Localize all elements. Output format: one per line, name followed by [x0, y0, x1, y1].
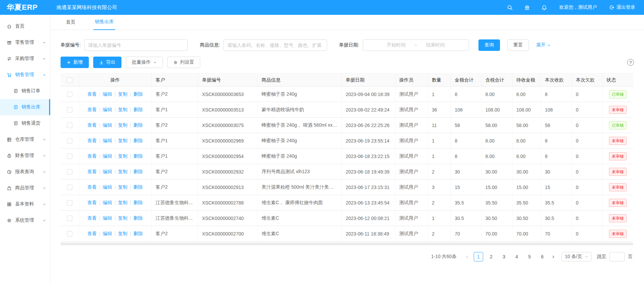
sidebar-item-warehouse[interactable]: 仓库管理: [0, 131, 50, 148]
view-link[interactable]: 查看: [87, 231, 97, 236]
page-button-1[interactable]: 1: [474, 252, 483, 261]
reset-button[interactable]: 重置: [507, 39, 529, 51]
delete-link[interactable]: 删除: [133, 138, 143, 143]
edit-link[interactable]: 编辑: [103, 200, 112, 205]
edit-link[interactable]: 编辑: [103, 91, 112, 97]
view-link[interactable]: 查看: [87, 169, 97, 174]
bank-icon[interactable]: [524, 5, 530, 10]
delete-link[interactable]: 删除: [133, 153, 143, 159]
date-range-picker[interactable]: 开始时间 ~ 结束时间: [363, 39, 469, 51]
cell-date: 2023-06-17 23:15:31: [342, 180, 395, 195]
copy-link[interactable]: 复制: [118, 138, 128, 143]
page-size-select[interactable]: 10 条/页: [562, 252, 592, 261]
goods-info-input[interactable]: [223, 39, 327, 51]
edit-link[interactable]: 编辑: [103, 184, 112, 190]
edit-link[interactable]: 编辑: [103, 153, 112, 159]
view-link[interactable]: 查看: [87, 184, 97, 190]
delete-link[interactable]: 删除: [133, 231, 143, 236]
sidebar-item-home[interactable]: 首页: [0, 18, 50, 34]
jump-page-input[interactable]: [609, 252, 625, 261]
next-page-button[interactable]: [549, 252, 558, 261]
copy-link[interactable]: 复制: [118, 184, 128, 190]
search-icon[interactable]: [507, 5, 513, 10]
delete-link[interactable]: 删除: [133, 184, 143, 190]
cell-qty: 1: [428, 211, 451, 226]
sidebar-item-finance[interactable]: 财务管理: [0, 148, 50, 164]
row-checkbox[interactable]: [67, 123, 72, 128]
prev-page-button[interactable]: [463, 252, 472, 261]
sidebar-item-purchase[interactable]: 采购管理: [0, 51, 50, 67]
download-icon: [99, 60, 104, 65]
copy-link[interactable]: 复制: [118, 91, 128, 97]
row-checkbox[interactable]: [67, 231, 72, 236]
status-badge: 未审核: [609, 183, 627, 191]
export-button[interactable]: 导出: [93, 57, 121, 68]
add-button[interactable]: 新增: [61, 57, 89, 68]
column-settings-button[interactable]: 列设置: [167, 57, 200, 68]
delete-link[interactable]: 删除: [133, 169, 143, 174]
copy-link[interactable]: 复制: [118, 215, 128, 221]
sidebar-item-sales[interactable]: 销售管理: [0, 67, 50, 83]
row-checkbox[interactable]: [67, 185, 72, 190]
row-checkbox[interactable]: [67, 154, 72, 159]
edit-link[interactable]: 编辑: [103, 107, 112, 112]
view-link[interactable]: 查看: [87, 107, 97, 112]
delete-link[interactable]: 删除: [133, 215, 143, 221]
sidebar-item-retail[interactable]: 零售管理: [0, 34, 50, 51]
copy-link[interactable]: 复制: [118, 153, 128, 159]
expand-toggle[interactable]: 展开: [536, 42, 551, 48]
view-link[interactable]: 查看: [87, 91, 97, 97]
tab-sales-outbound[interactable]: 销售出库: [94, 15, 115, 30]
sidebar-item-goods[interactable]: 商品管理: [0, 180, 50, 196]
order-no-input[interactable]: [84, 39, 188, 51]
view-link[interactable]: 查看: [87, 200, 97, 205]
row-checkbox[interactable]: [67, 169, 72, 175]
logout-button[interactable]: 退出登录: [609, 4, 635, 10]
row-checkbox[interactable]: [67, 92, 72, 97]
view-link[interactable]: 查看: [87, 138, 97, 143]
horizontal-scrollbar[interactable]: [61, 243, 633, 245]
sidebar-item-reports[interactable]: 报表查询: [0, 164, 50, 180]
copy-link[interactable]: 复制: [118, 169, 128, 174]
sidebar-item-sales-return[interactable]: 销售退货: [0, 115, 50, 131]
edit-link[interactable]: 编辑: [103, 138, 112, 143]
cell-amount: 8: [451, 87, 481, 102]
page-button-2[interactable]: 2: [487, 252, 496, 261]
sidebar-item-basic-data[interactable]: 基本资料: [0, 196, 50, 212]
tab-home[interactable]: 首页: [65, 16, 77, 30]
edit-link[interactable]: 编辑: [103, 215, 112, 221]
cell-receivable: 30.00: [512, 164, 541, 180]
page-button-5[interactable]: 5: [525, 252, 534, 261]
view-link[interactable]: 查看: [87, 153, 97, 159]
edit-link[interactable]: 编辑: [103, 169, 112, 174]
copy-link[interactable]: 复制: [118, 122, 128, 128]
copy-link[interactable]: 复制: [118, 200, 128, 205]
page-button-4[interactable]: 4: [512, 252, 522, 261]
page-button-6[interactable]: 6: [538, 252, 547, 261]
edit-link[interactable]: 编辑: [103, 231, 112, 236]
row-checkbox[interactable]: [67, 107, 72, 113]
select-all-checkbox[interactable]: [67, 77, 72, 83]
sidebar-item-sales-order[interactable]: 销售订单: [0, 83, 50, 99]
view-link[interactable]: 查看: [87, 122, 97, 128]
help-icon[interactable]: ?: [627, 59, 634, 66]
sidebar-item-system[interactable]: 系统管理: [0, 212, 50, 228]
delete-link[interactable]: 删除: [133, 122, 143, 128]
batch-ops-button[interactable]: 批量操作: [126, 57, 163, 68]
delete-link[interactable]: 删除: [133, 91, 143, 97]
cell-receivable: 8.00: [512, 87, 541, 102]
copy-link[interactable]: 复制: [118, 231, 128, 236]
toolbar: 新增 导出 批量操作 列设置 ?: [61, 57, 639, 68]
bell-icon[interactable]: [541, 5, 547, 10]
sidebar-item-sales-outbound[interactable]: 销售出库: [0, 99, 50, 115]
edit-link[interactable]: 编辑: [103, 122, 112, 128]
query-button[interactable]: 查询: [478, 39, 500, 51]
row-checkbox[interactable]: [67, 138, 72, 144]
delete-link[interactable]: 删除: [133, 200, 143, 205]
row-checkbox[interactable]: [67, 200, 72, 206]
row-checkbox[interactable]: [67, 216, 72, 221]
delete-link[interactable]: 删除: [133, 107, 143, 112]
copy-link[interactable]: 复制: [118, 107, 128, 112]
page-button-3[interactable]: 3: [499, 252, 509, 261]
view-link[interactable]: 查看: [87, 215, 97, 221]
